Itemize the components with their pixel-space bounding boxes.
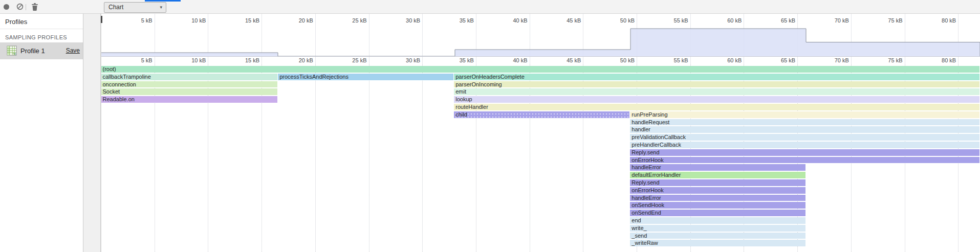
overview-gridline	[369, 14, 369, 64]
clear-icon	[16, 3, 24, 10]
axis-tick-label: 30 kB	[406, 57, 420, 63]
axis-tick-label: 65 kB	[781, 57, 795, 63]
flame-frame[interactable]: parserOnIncoming	[454, 81, 979, 88]
flame-frame[interactable]: defaultErrorHandler	[630, 172, 805, 178]
flame-frame[interactable]: Reply.send	[630, 149, 979, 156]
axis-tick-label: 5 kB	[141, 17, 153, 24]
active-tab-indicator	[145, 0, 181, 2]
overview-gridline	[208, 14, 208, 64]
flame-frame[interactable]: preValidationCallback	[630, 134, 979, 141]
axis-tick-label: 35 kB	[460, 57, 474, 63]
axis-tick-label: 45 kB	[567, 17, 581, 24]
flame-frame[interactable]: handleError	[630, 195, 805, 201]
axis-tick-label: 5 kB	[141, 57, 153, 63]
axis-tick-label: 15 kB	[245, 57, 259, 63]
flame-frame[interactable]: Reply.send	[630, 179, 805, 186]
axis-tick-label: 35 kB	[460, 17, 474, 24]
flame-frame[interactable]: onErrorHook	[630, 157, 979, 164]
flame-frame[interactable]: _writeRaw	[630, 240, 805, 246]
flame-frame[interactable]: Readable.on	[101, 96, 277, 103]
flame-frame[interactable]: _send	[630, 233, 805, 239]
axis-tick-label: 55 kB	[674, 17, 688, 24]
flame-frame[interactable]: emit	[454, 88, 979, 95]
overview-gridline	[262, 14, 262, 64]
axis-tick-label: 25 kB	[352, 17, 366, 24]
axis-tick-label: 50 kB	[620, 17, 635, 24]
sidebar-title: Profiles	[0, 14, 83, 29]
axis-tick-label: 80 kB	[942, 17, 956, 24]
save-link[interactable]: Save	[66, 47, 80, 54]
flame-frame[interactable]: runPreParsing	[630, 111, 979, 118]
axis-tick-label: 15 kB	[245, 17, 259, 24]
flame-frame[interactable]: onSendEnd	[630, 210, 805, 216]
axis-tick-label: 70 kB	[835, 17, 849, 24]
flame-frame[interactable]: handler	[630, 126, 979, 133]
flame-gridline	[315, 64, 316, 252]
axis-tick-label: 40 kB	[513, 17, 527, 24]
flame-frame[interactable]: parserOnHeadersComplete	[454, 74, 979, 80]
overview-gridline	[422, 14, 423, 64]
axis-tick-label: 75 kB	[888, 57, 902, 63]
axis-tick-label: 75 kB	[888, 17, 902, 24]
flame-frame[interactable]: onSendHook	[630, 202, 805, 209]
flame-gridline	[422, 64, 423, 252]
profile-name: Profile 1	[20, 47, 45, 55]
flame-frame[interactable]: Socket	[101, 88, 277, 95]
overview-gridline	[476, 14, 476, 64]
axis-tick-label: 55 kB	[674, 57, 688, 63]
delete-profile-button[interactable]	[28, 0, 41, 14]
flame-gridline	[369, 64, 369, 252]
profile-list-item[interactable]: % Profile 1 Save	[0, 42, 83, 59]
flame-frame[interactable]: handleRequest	[630, 119, 979, 126]
axis-tick-label: 30 kB	[406, 17, 420, 24]
heap-profiler-app: 5 kB5 kB10 kB10 kB15 kB15 kB20 kB20 kB25…	[0, 0, 980, 252]
flame-frame[interactable]: end	[630, 217, 805, 224]
axis-tick-label: 10 kB	[191, 17, 206, 24]
sampling-profiles-header: SAMPLING PROFILES	[0, 29, 83, 42]
view-mode-select[interactable]: Chart ▾	[104, 2, 166, 13]
overview-gridline	[690, 14, 691, 64]
flame-frame[interactable]: routeHandler	[454, 104, 979, 110]
flame-frame[interactable]: child	[454, 111, 629, 118]
view-mode-value: Chart	[108, 4, 123, 11]
overview-gridline	[637, 14, 637, 64]
flame-frame[interactable]: (root)	[101, 66, 980, 73]
sidebar: Profiles SAMPLING PROFILES % Profile 1 S…	[0, 14, 83, 252]
overview-gridline	[958, 14, 959, 64]
axis-tick-label: 20 kB	[299, 57, 313, 63]
overview-gridline	[851, 14, 852, 64]
chevron-down-icon: ▾	[160, 3, 162, 12]
clear-button[interactable]	[13, 0, 27, 14]
axis-tick-label: 45 kB	[567, 57, 581, 63]
overview-gridline	[315, 14, 316, 64]
flame-chart-pane: 5 kB5 kB10 kB10 kB15 kB15 kB20 kB20 kB25…	[0, 0, 980, 252]
axis-tick-label: 25 kB	[352, 57, 366, 63]
flame-frame[interactable]: callbackTrampoline	[101, 74, 277, 80]
overview-baseline	[101, 56, 980, 57]
overview-drag-handle[interactable]	[101, 16, 102, 23]
overview-gridline	[744, 14, 744, 64]
flame-frame[interactable]: handleError	[630, 164, 805, 171]
overview-gridline	[530, 14, 530, 64]
flame-frame[interactable]: onconnection	[101, 81, 277, 88]
flame-frame[interactable]: preHandlerCallback	[630, 142, 979, 148]
axis-tick-label: 65 kB	[781, 17, 795, 24]
record-button[interactable]	[0, 0, 13, 14]
sidebar-resize-gutter[interactable]	[83, 14, 101, 252]
flame-frame[interactable]: lookup	[454, 96, 979, 103]
flame-frame[interactable]: onErrorHook	[630, 187, 805, 194]
overview-gridline	[155, 14, 155, 64]
axis-tick-label: 60 kB	[727, 17, 742, 24]
flame-frame[interactable]: write_	[630, 225, 805, 232]
axis-tick-label: 50 kB	[620, 57, 635, 63]
svg-text:%: %	[13, 52, 16, 56]
chart-left-border	[101, 14, 101, 252]
toolbar: Chart ▾	[0, 0, 980, 14]
overview-gridline	[583, 14, 583, 64]
record-icon	[4, 4, 9, 10]
overview-gridline	[797, 14, 798, 64]
trash-icon	[31, 3, 38, 11]
axis-tick-label: 20 kB	[299, 17, 313, 24]
flame-frame[interactable]: processTicksAndRejections	[278, 74, 453, 80]
toolbar-separator	[26, 4, 26, 10]
